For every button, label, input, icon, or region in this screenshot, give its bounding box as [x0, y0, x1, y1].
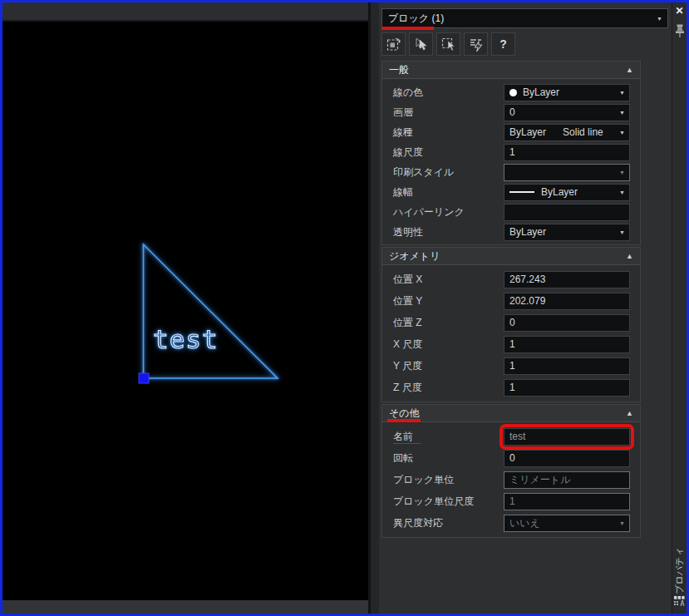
- property-row: 線尺度 1: [382, 142, 640, 162]
- property-label: 位置 X: [382, 273, 504, 287]
- section-title: ジオメトリ: [389, 249, 440, 264]
- svg-text:A: A: [681, 600, 685, 608]
- help-button[interactable]: ?: [491, 32, 515, 56]
- collapse-icon: ▲: [626, 252, 633, 260]
- property-label: 位置 Y: [382, 294, 504, 308]
- lineweight-swatch: [509, 191, 534, 193]
- block-text: test: [153, 324, 219, 354]
- x-scale-input[interactable]: 1: [504, 336, 630, 353]
- property-label: ブロック単位: [382, 473, 504, 487]
- collapse-icon: ▲: [626, 409, 633, 417]
- annotative-dropdown: いいえ ▼: [504, 515, 630, 532]
- lineweight-dropdown[interactable]: ByLayer ▼: [504, 184, 630, 201]
- name-label: 名前: [382, 430, 504, 444]
- property-label: 透明性: [382, 225, 504, 239]
- property-row: 線幅 ByLayer ▼: [382, 182, 640, 202]
- tab-properties-label: プロパティ: [673, 547, 686, 594]
- property-row: X 尺度 1: [382, 333, 640, 355]
- linetype-dropdown[interactable]: ByLayer Solid line ▼: [504, 124, 630, 141]
- canvas-bottom-bar: [2, 600, 368, 614]
- app-window: test ブロック (1) ▼: [0, 0, 689, 616]
- chevron-down-icon: ▼: [657, 16, 662, 22]
- property-row: ブロック単位 ミリメートル: [382, 469, 640, 490]
- property-row: 線種 ByLayer Solid line ▼: [382, 122, 640, 142]
- close-icon: ✕: [675, 5, 683, 17]
- quick-properties-icon: [468, 36, 485, 52]
- section-header-geometry[interactable]: ジオメトリ ▲: [382, 248, 640, 265]
- select-previous-icon: [413, 36, 430, 52]
- chevron-down-icon: ▼: [619, 170, 625, 175]
- chevron-down-icon: ▼: [619, 130, 625, 136]
- select-previous-button[interactable]: [409, 32, 433, 56]
- panel-divider[interactable]: [368, 2, 379, 614]
- layer-dropdown[interactable]: 0 ▼: [504, 104, 630, 121]
- quick-select-block-button[interactable]: [381, 32, 406, 56]
- property-label: 線の色: [382, 86, 504, 100]
- property-label: 位置 Z: [382, 316, 504, 330]
- property-label: 線幅: [382, 185, 504, 200]
- tab-properties[interactable]: プロパティ: [672, 546, 687, 594]
- property-label: 線種: [382, 126, 504, 140]
- quick-properties-button[interactable]: [464, 32, 488, 56]
- property-label: 回転: [382, 451, 504, 466]
- select-objects-icon: [440, 36, 457, 52]
- property-row: Z 尺度 1: [382, 377, 640, 398]
- object-type-value: ブロック (1): [388, 12, 444, 26]
- linetype-scale-input[interactable]: 1: [504, 144, 630, 161]
- help-icon: ?: [500, 37, 507, 51]
- property-label: 印刷スタイル: [382, 165, 504, 180]
- panel-side-strip: ✕ プロパティ A: [672, 2, 687, 614]
- pin-icon: [674, 23, 686, 38]
- section-title: その他: [389, 407, 420, 421]
- block-unit-field: ミリメートル: [504, 471, 630, 489]
- chevron-down-icon: ▼: [619, 90, 625, 96]
- line-color-dropdown[interactable]: ByLayer ▼: [504, 84, 630, 101]
- close-button[interactable]: ✕: [672, 4, 687, 17]
- property-label: X 尺度: [382, 338, 504, 352]
- color-swatch: [509, 89, 517, 96]
- section-title: 一般: [389, 63, 409, 77]
- collapse-icon: ▲: [626, 66, 633, 74]
- drawing-area: test: [2, 2, 368, 614]
- property-row: 透明性 ByLayer ▼: [382, 222, 640, 242]
- position-z-input[interactable]: 0: [504, 314, 630, 332]
- section-other: その他 ▲ 名前 test 回転: [381, 404, 641, 538]
- section-geometry: ジオメトリ ▲ 位置 X 267.243 位置 Y 202.079: [381, 247, 641, 402]
- property-row: 画層 0 ▼: [382, 102, 640, 122]
- transparency-dropdown[interactable]: ByLayer ▼: [504, 224, 630, 241]
- property-row: 印刷スタイル ▼: [382, 162, 640, 182]
- select-objects-button[interactable]: [436, 32, 460, 56]
- position-x-input[interactable]: 267.243: [504, 271, 630, 288]
- drawing-canvas[interactable]: test: [2, 22, 368, 600]
- property-row: 位置 X 267.243: [382, 269, 640, 290]
- y-scale-input[interactable]: 1: [504, 357, 630, 375]
- block-triangle[interactable]: [144, 244, 278, 378]
- position-y-input[interactable]: 202.079: [504, 293, 630, 310]
- quick-select-block-icon: [386, 36, 402, 52]
- annotation-underline-block: [381, 27, 434, 30]
- property-label: 異尺度対応: [382, 516, 504, 530]
- panel-toolbar: ?: [381, 32, 670, 56]
- section-header-other[interactable]: その他 ▲: [382, 405, 640, 422]
- property-label: 線尺度: [382, 145, 504, 160]
- chevron-down-icon: ▼: [619, 190, 625, 195]
- property-label: Y 尺度: [382, 359, 504, 373]
- auto-hide-pin-button[interactable]: [672, 22, 687, 39]
- chevron-down-icon: ▼: [619, 520, 625, 526]
- hyperlink-input[interactable]: [504, 204, 630, 221]
- grip-point[interactable]: [139, 373, 149, 383]
- block-unit-scale-field: 1: [504, 493, 630, 510]
- property-label: ハイパーリンク: [382, 205, 504, 219]
- section-header-general[interactable]: 一般 ▲: [382, 62, 640, 79]
- rotation-input[interactable]: 0: [504, 450, 630, 467]
- object-type-dropdown[interactable]: ブロック (1) ▼: [381, 8, 668, 28]
- chevron-down-icon: ▼: [619, 110, 625, 116]
- name-input[interactable]: test: [504, 428, 630, 446]
- section-general: 一般 ▲ 線の色 ByLayer ▼ 画層: [381, 61, 641, 245]
- property-label: 画層: [382, 106, 504, 120]
- property-row: 位置 Y 202.079: [382, 290, 640, 312]
- canvas-top-bar: [2, 2, 368, 22]
- property-label: ブロック単位尺度: [382, 495, 504, 509]
- property-row: 位置 Z 0: [382, 312, 640, 333]
- z-scale-input[interactable]: 1: [504, 379, 630, 397]
